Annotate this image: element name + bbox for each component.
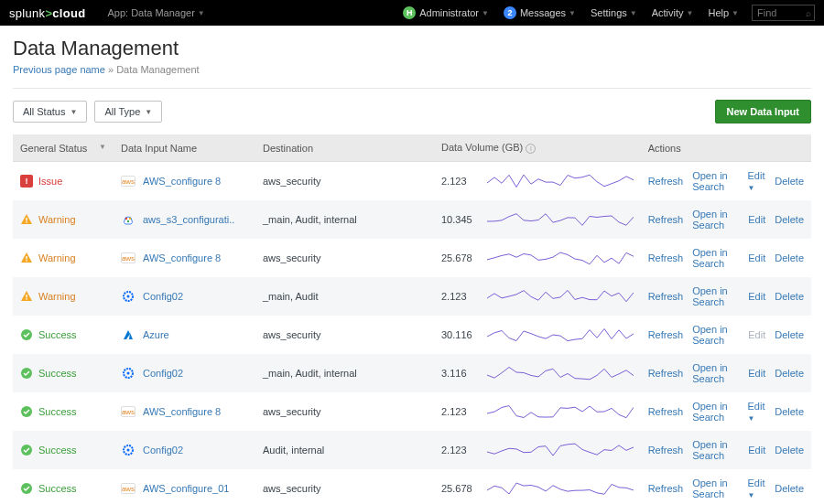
refresh-link[interactable]: Refresh (648, 445, 684, 456)
svg-point-10 (127, 295, 130, 298)
sparkline (487, 323, 634, 345)
refresh-link[interactable]: Refresh (648, 214, 684, 225)
edit-link[interactable]: Edit (748, 252, 765, 263)
col-header-volume[interactable]: Data Volume (GB)i (434, 134, 641, 162)
delete-link[interactable]: Delete (775, 214, 804, 225)
data-input-name-link[interactable]: Config02 (143, 445, 183, 456)
open-in-search-link[interactable]: Open in Search (692, 209, 739, 231)
destination-cell: aws_security (255, 239, 434, 277)
refresh-link[interactable]: Refresh (648, 252, 684, 263)
data-inputs-table: General Status▼ Data Input Name Destinat… (13, 134, 811, 504)
open-in-search-link[interactable]: Open in Search (692, 401, 738, 423)
delete-link[interactable]: Delete (775, 252, 804, 263)
page-title: Data Management (13, 37, 811, 60)
col-header-destination[interactable]: Destination (255, 134, 434, 162)
find-input-wrap[interactable]: ⌕ (752, 5, 815, 21)
settings-menu[interactable]: Settings▼ (583, 0, 645, 26)
azure-icon (121, 328, 136, 341)
edit-link[interactable]: Edit ▼ (748, 401, 766, 423)
volume-cell: 2.123 (434, 277, 480, 316)
edit-link[interactable]: Edit (748, 368, 765, 379)
admin-menu[interactable]: HAdministrator▼ (396, 0, 496, 26)
open-in-search-link[interactable]: Open in Search (692, 170, 738, 192)
refresh-link[interactable]: Refresh (648, 291, 684, 302)
open-in-search-link[interactable]: Open in Search (692, 477, 738, 499)
logo: splunk>cloud (9, 6, 85, 20)
delete-link[interactable]: Delete (775, 176, 804, 187)
destination-cell: aws_security (255, 469, 434, 504)
aws-icon: aws (121, 176, 136, 187)
warning-icon (20, 290, 33, 303)
volume-cell: 2.123 (434, 431, 480, 469)
delete-link[interactable]: Delete (775, 406, 804, 417)
search-icon: ⌕ (803, 8, 814, 18)
sparkline (487, 400, 634, 422)
refresh-link[interactable]: Refresh (648, 406, 684, 417)
open-in-search-link[interactable]: Open in Search (692, 362, 739, 384)
edit-link[interactable]: Edit (748, 291, 765, 302)
app-switcher[interactable]: App: Data Manager▼ (89, 0, 211, 26)
avatar-badge: H (403, 6, 416, 19)
delete-link[interactable]: Delete (775, 329, 804, 340)
open-in-search-link[interactable]: Open in Search (692, 439, 739, 461)
sparkline (487, 246, 634, 268)
config-icon (121, 444, 136, 456)
data-input-name-link[interactable]: Config02 (143, 368, 183, 379)
refresh-link[interactable]: Refresh (648, 483, 684, 494)
delete-link[interactable]: Delete (775, 368, 804, 379)
delete-link[interactable]: Delete (775, 445, 804, 456)
open-in-search-link[interactable]: Open in Search (692, 285, 739, 307)
destination-cell: aws_security (255, 316, 434, 354)
refresh-link[interactable]: Refresh (648, 368, 684, 379)
svg-rect-7 (26, 295, 27, 298)
filter-status-button[interactable]: All Status▼ (13, 101, 87, 123)
data-input-name-link[interactable]: AWS_configure_01 (143, 483, 229, 494)
col-header-actions: Actions (641, 134, 811, 162)
refresh-link[interactable]: Refresh (648, 176, 684, 187)
data-input-name-link[interactable]: AWS_configure 8 (143, 176, 221, 187)
status-text: Issue (38, 176, 62, 187)
new-data-input-button[interactable]: New Data Input (715, 100, 811, 123)
sparkline (487, 284, 634, 306)
success-icon (20, 328, 33, 341)
volume-cell: 25.678 (434, 469, 480, 504)
issue-icon: ! (20, 175, 33, 188)
data-input-name-link[interactable]: AWS_configure 8 (143, 252, 221, 263)
table-row: SuccessConfig02Audit, internal2.123Refre… (13, 431, 811, 469)
table-row: WarningawsAWS_configure 8aws_security25.… (13, 239, 811, 277)
status-text: Warning (38, 291, 76, 302)
delete-link[interactable]: Delete (775, 483, 804, 494)
info-icon[interactable]: i (526, 144, 536, 154)
data-input-name-link[interactable]: Config02 (143, 291, 183, 302)
status-text: Success (38, 406, 77, 417)
filter-type-button[interactable]: All Type▼ (94, 101, 162, 123)
col-header-status[interactable]: General Status▼ (13, 134, 114, 162)
open-in-search-link[interactable]: Open in Search (692, 324, 739, 346)
sort-caret-icon: ▼ (99, 143, 106, 151)
delete-link[interactable]: Delete (775, 291, 804, 302)
open-in-search-link[interactable]: Open in Search (692, 247, 739, 269)
breadcrumb-prev[interactable]: Previous page name (13, 64, 105, 75)
status-text: Warning (38, 252, 76, 263)
destination-cell: _main, Audit, internal (255, 354, 434, 392)
data-input-name-link[interactable]: Azure (143, 329, 169, 340)
help-menu[interactable]: Help▼ (700, 0, 746, 26)
data-input-name-link[interactable]: AWS_configure 8 (143, 406, 221, 417)
edit-link[interactable]: Edit (748, 445, 765, 456)
edit-link[interactable]: Edit (748, 214, 765, 225)
edit-link[interactable]: Edit ▼ (748, 477, 766, 499)
warning-icon (20, 252, 33, 264)
col-header-name[interactable]: Data Input Name (114, 134, 255, 162)
refresh-link[interactable]: Refresh (648, 329, 684, 340)
data-input-name-link[interactable]: aws_s3_configurati.. (143, 214, 234, 225)
find-input[interactable] (753, 7, 803, 18)
volume-cell: 2.123 (434, 162, 480, 201)
status-text: Warning (38, 214, 76, 225)
edit-link[interactable]: Edit ▼ (748, 170, 766, 192)
success-icon (20, 405, 33, 418)
aws-icon: aws (121, 483, 136, 494)
messages-menu[interactable]: 2Messages▼ (496, 0, 583, 26)
config-icon (121, 367, 136, 380)
table-row: Warningaws_s3_configurati.._main, Audit,… (13, 200, 811, 239)
activity-menu[interactable]: Activity▼ (645, 0, 701, 26)
